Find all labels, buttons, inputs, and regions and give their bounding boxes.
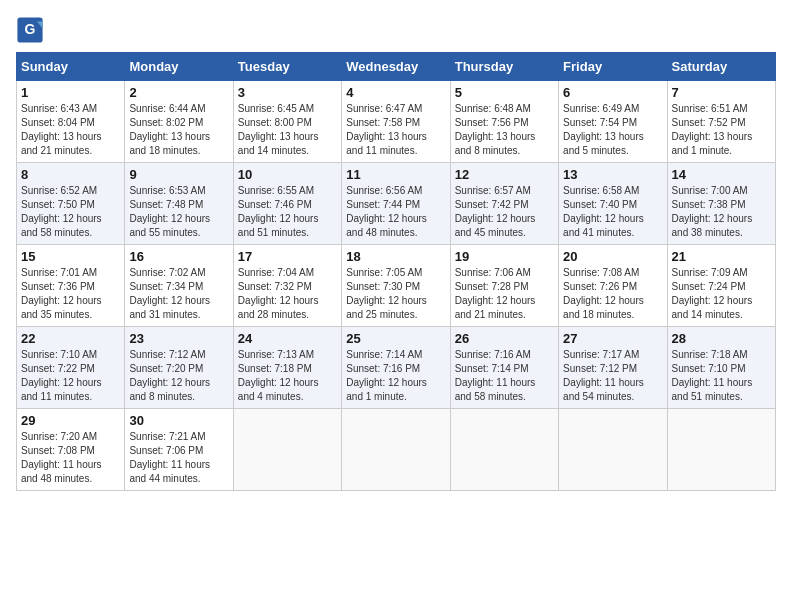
header: G <box>16 16 776 44</box>
day-info: Sunrise: 7:05 AM Sunset: 7:30 PM Dayligh… <box>346 266 445 322</box>
daylight-label: Daylight: 12 hours and 35 minutes. <box>21 295 102 320</box>
calendar-cell: 12 Sunrise: 6:57 AM Sunset: 7:42 PM Dayl… <box>450 163 558 245</box>
day-number: 14 <box>672 167 771 182</box>
day-number: 5 <box>455 85 554 100</box>
sunrise-label: Sunrise: 6:56 AM <box>346 185 422 196</box>
sunset-label: Sunset: 7:14 PM <box>455 363 529 374</box>
daylight-label: Daylight: 12 hours and 14 minutes. <box>672 295 753 320</box>
daylight-label: Daylight: 12 hours and 8 minutes. <box>129 377 210 402</box>
calendar-cell: 8 Sunrise: 6:52 AM Sunset: 7:50 PM Dayli… <box>17 163 125 245</box>
sunset-label: Sunset: 7:08 PM <box>21 445 95 456</box>
calendar-cell: 23 Sunrise: 7:12 AM Sunset: 7:20 PM Dayl… <box>125 327 233 409</box>
daylight-label: Daylight: 13 hours and 18 minutes. <box>129 131 210 156</box>
calendar-cell: 13 Sunrise: 6:58 AM Sunset: 7:40 PM Dayl… <box>559 163 667 245</box>
day-number: 17 <box>238 249 337 264</box>
sunrise-label: Sunrise: 7:04 AM <box>238 267 314 278</box>
day-info: Sunrise: 6:45 AM Sunset: 8:00 PM Dayligh… <box>238 102 337 158</box>
sunset-label: Sunset: 7:36 PM <box>21 281 95 292</box>
sunset-label: Sunset: 7:50 PM <box>21 199 95 210</box>
sunset-label: Sunset: 8:04 PM <box>21 117 95 128</box>
sunrise-label: Sunrise: 7:08 AM <box>563 267 639 278</box>
sunrise-label: Sunrise: 7:12 AM <box>129 349 205 360</box>
day-info: Sunrise: 7:13 AM Sunset: 7:18 PM Dayligh… <box>238 348 337 404</box>
day-number: 19 <box>455 249 554 264</box>
calendar-cell: 26 Sunrise: 7:16 AM Sunset: 7:14 PM Dayl… <box>450 327 558 409</box>
calendar-week-row: 29 Sunrise: 7:20 AM Sunset: 7:08 PM Dayl… <box>17 409 776 491</box>
calendar-cell: 30 Sunrise: 7:21 AM Sunset: 7:06 PM Dayl… <box>125 409 233 491</box>
calendar-cell: 25 Sunrise: 7:14 AM Sunset: 7:16 PM Dayl… <box>342 327 450 409</box>
calendar-cell <box>667 409 775 491</box>
sunset-label: Sunset: 7:58 PM <box>346 117 420 128</box>
calendar-cell: 20 Sunrise: 7:08 AM Sunset: 7:26 PM Dayl… <box>559 245 667 327</box>
day-number: 11 <box>346 167 445 182</box>
calendar-cell <box>342 409 450 491</box>
daylight-label: Daylight: 12 hours and 41 minutes. <box>563 213 644 238</box>
day-number: 21 <box>672 249 771 264</box>
day-info: Sunrise: 6:52 AM Sunset: 7:50 PM Dayligh… <box>21 184 120 240</box>
day-number: 8 <box>21 167 120 182</box>
calendar-cell: 29 Sunrise: 7:20 AM Sunset: 7:08 PM Dayl… <box>17 409 125 491</box>
sunrise-label: Sunrise: 6:53 AM <box>129 185 205 196</box>
day-number: 9 <box>129 167 228 182</box>
calendar-cell <box>233 409 341 491</box>
daylight-label: Daylight: 11 hours and 44 minutes. <box>129 459 210 484</box>
day-number: 24 <box>238 331 337 346</box>
sunset-label: Sunset: 7:34 PM <box>129 281 203 292</box>
daylight-label: Daylight: 13 hours and 14 minutes. <box>238 131 319 156</box>
daylight-label: Daylight: 12 hours and 25 minutes. <box>346 295 427 320</box>
calendar-cell: 21 Sunrise: 7:09 AM Sunset: 7:24 PM Dayl… <box>667 245 775 327</box>
sunrise-label: Sunrise: 6:47 AM <box>346 103 422 114</box>
calendar-cell: 18 Sunrise: 7:05 AM Sunset: 7:30 PM Dayl… <box>342 245 450 327</box>
weekday-header: Saturday <box>667 53 775 81</box>
sunset-label: Sunset: 8:02 PM <box>129 117 203 128</box>
day-info: Sunrise: 7:21 AM Sunset: 7:06 PM Dayligh… <box>129 430 228 486</box>
sunrise-label: Sunrise: 6:44 AM <box>129 103 205 114</box>
day-number: 22 <box>21 331 120 346</box>
sunrise-label: Sunrise: 7:02 AM <box>129 267 205 278</box>
weekday-header: Sunday <box>17 53 125 81</box>
calendar-header-row: SundayMondayTuesdayWednesdayThursdayFrid… <box>17 53 776 81</box>
sunrise-label: Sunrise: 7:17 AM <box>563 349 639 360</box>
calendar-cell: 16 Sunrise: 7:02 AM Sunset: 7:34 PM Dayl… <box>125 245 233 327</box>
day-number: 1 <box>21 85 120 100</box>
day-info: Sunrise: 6:55 AM Sunset: 7:46 PM Dayligh… <box>238 184 337 240</box>
sunrise-label: Sunrise: 7:00 AM <box>672 185 748 196</box>
sunrise-label: Sunrise: 7:21 AM <box>129 431 205 442</box>
calendar-cell <box>559 409 667 491</box>
sunset-label: Sunset: 7:54 PM <box>563 117 637 128</box>
day-number: 16 <box>129 249 228 264</box>
day-info: Sunrise: 7:17 AM Sunset: 7:12 PM Dayligh… <box>563 348 662 404</box>
daylight-label: Daylight: 11 hours and 51 minutes. <box>672 377 753 402</box>
day-number: 27 <box>563 331 662 346</box>
daylight-label: Daylight: 11 hours and 58 minutes. <box>455 377 536 402</box>
day-info: Sunrise: 7:01 AM Sunset: 7:36 PM Dayligh… <box>21 266 120 322</box>
day-info: Sunrise: 7:00 AM Sunset: 7:38 PM Dayligh… <box>672 184 771 240</box>
daylight-label: Daylight: 12 hours and 18 minutes. <box>563 295 644 320</box>
sunrise-label: Sunrise: 6:45 AM <box>238 103 314 114</box>
day-info: Sunrise: 6:56 AM Sunset: 7:44 PM Dayligh… <box>346 184 445 240</box>
day-info: Sunrise: 7:02 AM Sunset: 7:34 PM Dayligh… <box>129 266 228 322</box>
daylight-label: Daylight: 12 hours and 21 minutes. <box>455 295 536 320</box>
day-info: Sunrise: 7:14 AM Sunset: 7:16 PM Dayligh… <box>346 348 445 404</box>
day-number: 6 <box>563 85 662 100</box>
calendar-cell: 1 Sunrise: 6:43 AM Sunset: 8:04 PM Dayli… <box>17 81 125 163</box>
sunset-label: Sunset: 7:52 PM <box>672 117 746 128</box>
day-number: 20 <box>563 249 662 264</box>
sunset-label: Sunset: 7:22 PM <box>21 363 95 374</box>
day-number: 13 <box>563 167 662 182</box>
daylight-label: Daylight: 12 hours and 4 minutes. <box>238 377 319 402</box>
day-number: 28 <box>672 331 771 346</box>
calendar-cell: 11 Sunrise: 6:56 AM Sunset: 7:44 PM Dayl… <box>342 163 450 245</box>
day-info: Sunrise: 7:10 AM Sunset: 7:22 PM Dayligh… <box>21 348 120 404</box>
day-info: Sunrise: 6:47 AM Sunset: 7:58 PM Dayligh… <box>346 102 445 158</box>
sunrise-label: Sunrise: 7:13 AM <box>238 349 314 360</box>
sunset-label: Sunset: 7:16 PM <box>346 363 420 374</box>
weekday-header: Monday <box>125 53 233 81</box>
calendar-cell: 6 Sunrise: 6:49 AM Sunset: 7:54 PM Dayli… <box>559 81 667 163</box>
sunrise-label: Sunrise: 7:14 AM <box>346 349 422 360</box>
calendar-cell: 4 Sunrise: 6:47 AM Sunset: 7:58 PM Dayli… <box>342 81 450 163</box>
sunset-label: Sunset: 8:00 PM <box>238 117 312 128</box>
weekday-header: Wednesday <box>342 53 450 81</box>
calendar-week-row: 22 Sunrise: 7:10 AM Sunset: 7:22 PM Dayl… <box>17 327 776 409</box>
sunrise-label: Sunrise: 6:52 AM <box>21 185 97 196</box>
